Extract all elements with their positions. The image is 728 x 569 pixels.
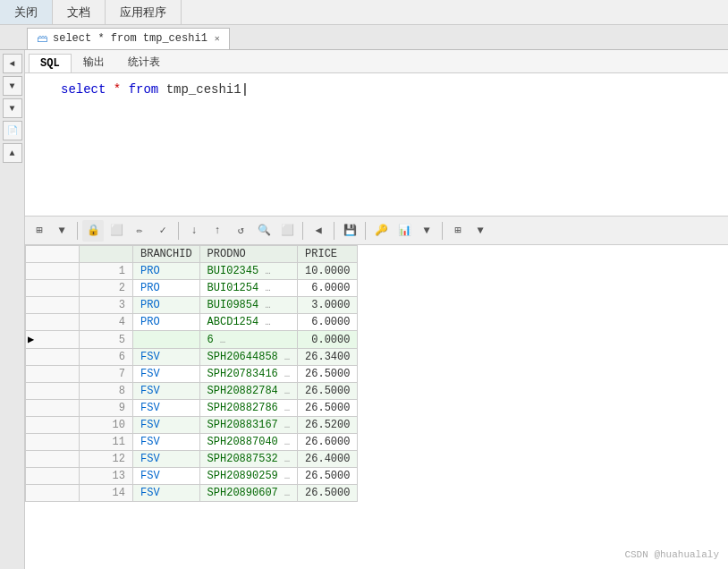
price-cell: 26.4000 (298, 451, 358, 468)
expand-btn[interactable]: … (284, 488, 290, 498)
sql-content: select * from tmp_ceshi1 (61, 82, 249, 97)
menu-docs[interactable]: 文档 (53, 0, 106, 24)
price-cell: 26.3400 (298, 349, 358, 366)
branchid-cell: FSV (133, 485, 200, 502)
table-row[interactable]: ▶56 …0.0000 (26, 331, 358, 349)
table-row[interactable]: 1PROBUI02345 …10.0000 (26, 263, 358, 280)
expand-btn[interactable]: … (284, 369, 290, 379)
tab-stats[interactable]: 统计表 (116, 51, 172, 72)
key-btn[interactable]: 🔑 (370, 220, 392, 242)
row-num-cell: 9 (80, 400, 133, 417)
table-row[interactable]: 6FSVSPH20644858 …26.3400 (26, 349, 358, 366)
branchid-cell: FSV (133, 349, 200, 366)
find-btn[interactable]: 🔍 (253, 220, 275, 242)
side-btn-2[interactable]: ▼ (3, 76, 22, 96)
row-indicator-cell (26, 349, 80, 366)
row-indicator-cell (26, 451, 80, 468)
price-cell: 26.5200 (298, 417, 358, 434)
table-row[interactable]: 8FSVSPH20882784 …26.5000 (26, 383, 358, 400)
side-btn-4[interactable]: 📄 (3, 121, 22, 140)
expand-btn[interactable]: … (284, 471, 290, 481)
expand-btn[interactable]: … (265, 284, 270, 293)
prodno-value: BUI01254 (207, 282, 259, 294)
prodno-value: SPH20890259 (207, 470, 278, 482)
grid2-btn[interactable]: ⊞ (447, 220, 469, 242)
price-cell: 26.5000 (298, 383, 358, 400)
toolbar-group-grid2: ⊞ ▼ (447, 220, 491, 242)
row-num-cell: 10 (80, 417, 133, 434)
col-prodno[interactable]: PRODNO (199, 246, 297, 263)
results-area[interactable]: BRANCHID PRODNO PRICE 1PROBUI02345 …10.0… (25, 245, 728, 569)
table-row[interactable]: 14FSVSPH20890607 …26.5000 (26, 485, 358, 502)
lock-btn[interactable]: 🔒 (82, 220, 104, 242)
table-row[interactable]: 11FSVSPH20887040 …26.6000 (26, 434, 358, 451)
side-btn-3[interactable]: ▼ (3, 98, 22, 118)
prodno-cell: SPH20887532 … (199, 451, 297, 468)
branchid-cell: PRO (133, 314, 200, 331)
col-branchid[interactable]: BRANCHID (133, 246, 200, 263)
watermark: CSDN @huahualaly (624, 549, 719, 560)
expand-btn[interactable]: … (284, 386, 290, 396)
expand-btn[interactable]: … (284, 420, 290, 430)
expand-btn[interactable]: … (265, 267, 270, 276)
copy-btn[interactable]: ⬜ (106, 220, 127, 242)
price-cell: 26.5000 (298, 468, 358, 485)
col-price[interactable]: PRICE (298, 246, 358, 263)
price-cell: 26.5000 (298, 400, 358, 417)
grid2-dropdown[interactable]: ▼ (470, 220, 491, 242)
prodno-cell: SPH20882786 … (199, 400, 297, 417)
row-indicator-cell (26, 280, 80, 297)
tab-close-button[interactable]: ✕ (215, 33, 220, 44)
menu-close[interactable]: 关闭 (0, 0, 53, 24)
side-btn-1[interactable]: ◄ (3, 54, 22, 73)
tab-bar: 🗃 select * from tmp_ceshi1 ✕ (0, 25, 728, 50)
expand-btn[interactable]: … (265, 318, 270, 327)
save-btn[interactable]: 💾 (339, 220, 360, 242)
row-num-cell: 5 (80, 331, 133, 349)
table-row[interactable]: 2PROBUI01254 …6.0000 (26, 280, 358, 297)
prodno-cell: SPH20890259 … (199, 468, 297, 485)
tab-sql[interactable]: SQL (29, 54, 72, 72)
price-cell: 6.0000 (298, 280, 358, 297)
erase-btn[interactable]: ⬜ (276, 220, 298, 242)
table-row[interactable]: 4PROABCD1254 …6.0000 (26, 314, 358, 331)
row-num-cell: 2 (80, 280, 133, 297)
menu-app[interactable]: 应用程序 (106, 0, 182, 24)
price-cell: 26.6000 (298, 434, 358, 451)
row-indicator-cell (26, 485, 80, 502)
expand-btn[interactable]: … (220, 335, 225, 345)
sql-editor[interactable]: select * from tmp_ceshi1 (25, 73, 728, 217)
row-indicator-cell: ▶ (26, 331, 80, 349)
grid-btn[interactable]: ⊞ (29, 220, 50, 242)
prodno-cell: SPH20890607 … (199, 485, 297, 502)
prodno-cell: BUI09854 … (199, 297, 297, 314)
side-btn-5[interactable]: ▲ (3, 143, 22, 163)
chart-dropdown[interactable]: ▼ (416, 220, 437, 242)
table-row[interactable]: 7FSVSPH20783416 …26.5000 (26, 366, 358, 383)
arrow-up-btn[interactable]: ↑ (207, 220, 228, 242)
expand-btn[interactable]: … (284, 454, 290, 464)
export-btn[interactable]: ◀ (308, 220, 329, 242)
table-row[interactable]: 12FSVSPH20887532 …26.4000 (26, 451, 358, 468)
sql-tabs: SQL 输出 统计表 (25, 50, 728, 73)
table-row[interactable]: 3PROBUI09854 …3.0000 (26, 297, 358, 314)
table-row[interactable]: 10FSVSPH20883167 …26.5200 (26, 417, 358, 434)
refresh-btn[interactable]: ↺ (230, 220, 251, 242)
tab-label: select * from tmp_ceshi1 (53, 32, 207, 45)
prodno-value: SPH20644858 (207, 351, 278, 363)
main-area: ◄ ▼ ▼ 📄 ▲ SQL 输出 统计表 select * from tmp_c… (0, 50, 728, 569)
query-tab[interactable]: 🗃 select * from tmp_ceshi1 ✕ (27, 28, 230, 49)
check-btn[interactable]: ✓ (152, 220, 174, 242)
chart-btn[interactable]: 📊 (394, 220, 415, 242)
dropdown-arrow[interactable]: ▼ (51, 220, 72, 242)
arrow-down-btn[interactable]: ↓ (183, 220, 205, 242)
expand-btn[interactable]: … (284, 403, 290, 413)
expand-btn[interactable]: … (284, 437, 290, 447)
table-row[interactable]: 13FSVSPH20890259 …26.5000 (26, 468, 358, 485)
expand-btn[interactable]: … (265, 301, 270, 310)
table-row[interactable]: 9FSVSPH20882786 …26.5000 (26, 400, 358, 417)
edit-btn[interactable]: ✏ (129, 220, 150, 242)
prodno-value: SPH20882784 (207, 385, 278, 397)
tab-output[interactable]: 输出 (72, 51, 116, 72)
expand-btn[interactable]: … (284, 352, 290, 362)
